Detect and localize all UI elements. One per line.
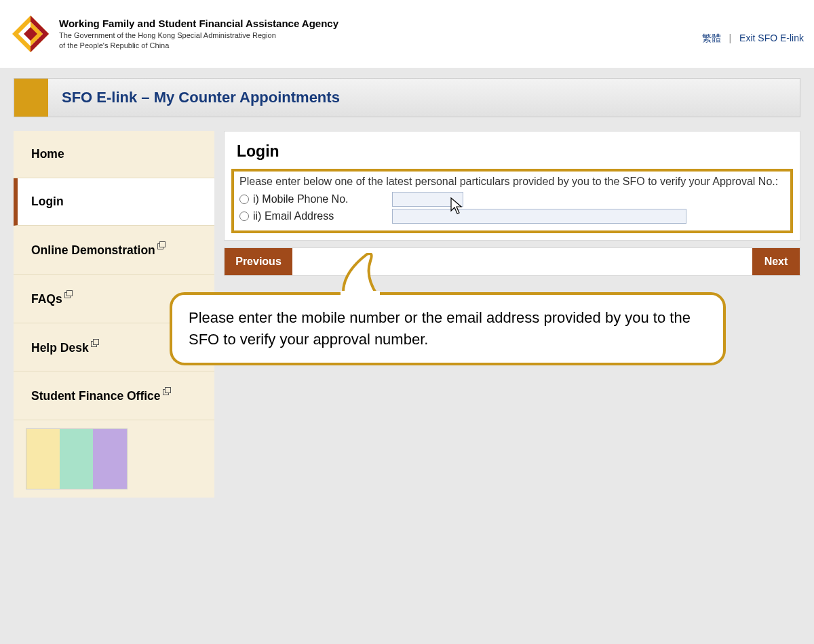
top-header: Working Family and Student Financial Ass… xyxy=(0,0,814,68)
radio-phone[interactable] xyxy=(239,195,249,204)
header-links: 繁體 | Exit SFO E-link xyxy=(702,33,804,45)
next-button[interactable]: Next xyxy=(752,248,800,275)
separator: | xyxy=(729,33,732,43)
agency-title: Working Family and Student Financial Ass… xyxy=(59,18,338,30)
promo-banner-icon[interactable] xyxy=(26,428,128,489)
button-row: Previous Next xyxy=(224,247,800,276)
language-link[interactable]: 繁體 xyxy=(702,33,721,43)
external-link-icon xyxy=(157,242,165,249)
email-input[interactable] xyxy=(392,209,686,224)
login-highlight-box: Please enter below one of the latest per… xyxy=(231,169,793,233)
option-email-text: ii) Email Address xyxy=(253,210,334,222)
sidebar-banner xyxy=(14,420,214,498)
external-link-icon xyxy=(163,388,170,395)
sidebar-item-label: FAQs xyxy=(31,292,62,306)
page-title-bar: SFO E-link – My Counter Appointments xyxy=(14,78,800,117)
sidebar-item-home[interactable]: Home xyxy=(14,131,214,178)
sidebar-item-label: Student Finance Office xyxy=(31,389,161,403)
title-accent xyxy=(14,79,48,117)
svg-rect-5 xyxy=(341,291,380,295)
option-phone-text: i) Mobile Phone No. xyxy=(253,193,349,205)
sidebar-item-label: Home xyxy=(31,147,64,161)
login-heading: Login xyxy=(237,142,793,161)
option-phone-label[interactable]: i) Mobile Phone No. xyxy=(239,193,392,205)
callout-text: Please enter the mobile number or the em… xyxy=(189,309,691,348)
callout-box: Please enter the mobile number or the em… xyxy=(170,292,726,365)
radio-email[interactable] xyxy=(239,212,249,221)
sidebar-item-label: Login xyxy=(31,195,64,208)
exit-link[interactable]: Exit SFO E-link xyxy=(739,33,804,43)
option-email-label[interactable]: ii) Email Address xyxy=(239,210,392,222)
previous-button[interactable]: Previous xyxy=(225,248,292,275)
login-instruction: Please enter below one of the latest per… xyxy=(239,176,785,188)
page-title: SFO E-link – My Counter Appointments xyxy=(48,79,353,117)
phone-input[interactable] xyxy=(392,192,463,207)
callout-wrap: Please enter the mobile number or the em… xyxy=(170,292,726,365)
agency-subtitle-1: The Government of the Hong Kong Special … xyxy=(59,31,338,40)
agency-logo-icon xyxy=(10,14,51,54)
logo-block: Working Family and Student Financial Ass… xyxy=(10,14,338,54)
sidebar-item-label: Help Desk xyxy=(31,340,89,354)
agency-subtitle-2: of the People's Republic of China xyxy=(59,41,338,50)
external-link-icon xyxy=(91,340,98,347)
sidebar-item-login[interactable]: Login xyxy=(14,178,214,226)
external-link-icon xyxy=(64,291,72,298)
sidebar-item-sfo[interactable]: Student Finance Office xyxy=(14,371,214,420)
login-panel: Login Please enter below one of the late… xyxy=(224,131,800,241)
option-row-phone: i) Mobile Phone No. xyxy=(239,192,785,207)
option-row-email: ii) Email Address xyxy=(239,209,785,224)
sidebar-item-label: Online Demonstration xyxy=(31,243,155,257)
sidebar-item-online-demo[interactable]: Online Demonstration xyxy=(14,226,214,275)
callout-tail-icon xyxy=(336,253,391,295)
